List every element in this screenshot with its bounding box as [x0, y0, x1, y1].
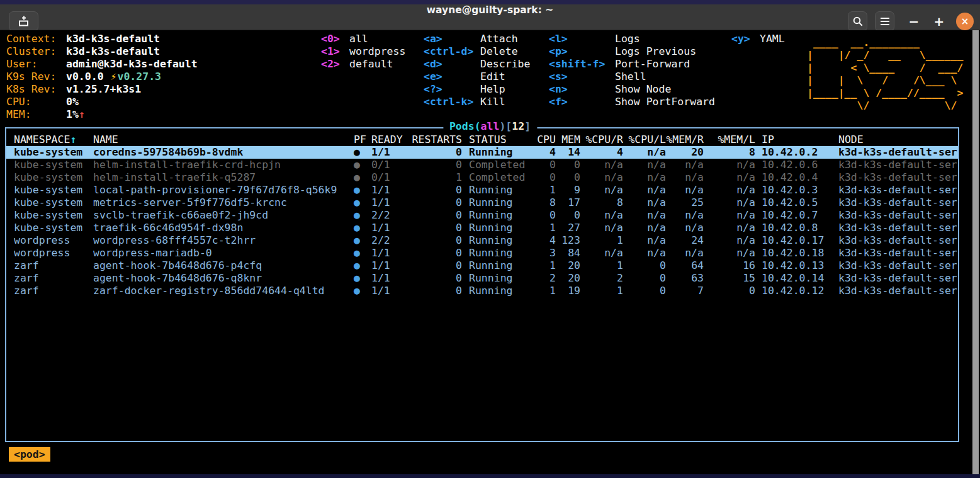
- column-header-memr[interactable]: %MEM/R: [666, 134, 704, 146]
- hotkey[interactable]: <l>Logs: [549, 33, 715, 45]
- hotkey-label: Shell: [615, 71, 646, 83]
- cell-meml: n/a: [704, 222, 755, 234]
- column-header-namespace[interactable]: NAMESPACE↑: [14, 134, 93, 146]
- cell-status: Running: [466, 196, 532, 209]
- cell-cpur: 1: [580, 259, 623, 272]
- cell-meml: n/a: [704, 247, 755, 259]
- cell-restarts: 0: [409, 247, 466, 259]
- cell-ready: 1/1: [371, 259, 409, 272]
- hotkey[interactable]: <0>all: [321, 33, 405, 45]
- cell-ready: 1/1: [371, 184, 409, 196]
- pod-row[interactable]: wordpresswordpress-68fff4557c-t2hrr●2/20…: [6, 234, 958, 247]
- cell-ready: 1/1: [371, 196, 409, 209]
- cell-ns: kube-system: [14, 171, 93, 184]
- hotkey[interactable]: <e>Edit: [424, 71, 530, 83]
- pod-row[interactable]: zarfagent-hook-7b4648d676-p4cfq●1/10Runn…: [6, 259, 958, 272]
- cell-cpur: n/a: [580, 184, 623, 196]
- new-tab-icon: [18, 15, 30, 28]
- pod-row[interactable]: wordpresswordpress-mariadb-0●1/10Running…: [6, 247, 958, 259]
- hotkey-key: <d>: [424, 58, 480, 71]
- terminal-window: wayne@guilty-spark: ~ − + × Context:k3d-…: [0, 0, 980, 478]
- cell-name: helm-install-traefik-crd-hcpjn: [93, 159, 352, 171]
- pod-row[interactable]: kube-systemhelm-install-traefik-q5287●0/…: [6, 171, 958, 184]
- cell-ns: wordpress: [14, 234, 93, 247]
- cell-node: k3d-k3s-default-ser: [832, 146, 958, 159]
- cell-meml: n/a: [704, 171, 755, 184]
- terminal-screen[interactable]: Context:k3d-k3s-defaultCluster:k3d-k3s-d…: [0, 30, 980, 474]
- cell-meml: 15: [704, 272, 755, 285]
- hotkey-label: default: [349, 58, 393, 70]
- pod-row[interactable]: kube-systemsvclb-traefik-c66ae0f2-jh9cd●…: [6, 209, 958, 222]
- hotkey[interactable]: <1>wordpress: [321, 45, 405, 58]
- minimize-button[interactable]: −: [904, 11, 923, 31]
- pod-row[interactable]: kube-systemhelm-install-traefik-crd-hcpj…: [6, 159, 958, 171]
- column-header-pf[interactable]: PF: [352, 134, 371, 146]
- info-value: k3d-k3s-default: [66, 45, 160, 57]
- menu-button[interactable]: [875, 11, 894, 31]
- hotkey[interactable]: <s>Shell: [549, 71, 715, 83]
- new-tab-button[interactable]: [9, 11, 38, 31]
- column-header-mem[interactable]: MEM: [556, 134, 580, 146]
- hotkey[interactable]: <?>Help: [424, 83, 530, 96]
- cell-mem: 0: [556, 209, 580, 222]
- cell-restarts: 0: [409, 222, 466, 234]
- hotkey[interactable]: <ctrl-d>Delete: [424, 45, 530, 58]
- pod-row[interactable]: zarfzarf-docker-registry-856dd74644-q4lt…: [6, 285, 958, 297]
- hotkey[interactable]: <a>Attach: [424, 33, 530, 45]
- pod-row[interactable]: zarfagent-hook-7b4648d676-q8knr●1/10Runn…: [6, 272, 958, 285]
- hotkey[interactable]: <2>default: [321, 58, 405, 71]
- cell-cpul: n/a: [623, 234, 666, 247]
- column-header-meml[interactable]: %MEM/L: [704, 134, 755, 146]
- cell-memr: n/a: [666, 247, 704, 259]
- hotkey[interactable]: <n>Show Node: [549, 83, 715, 96]
- column-header-name[interactable]: NAME: [93, 134, 352, 146]
- column-header-node[interactable]: NODE: [832, 134, 958, 146]
- table-header-row[interactable]: NAMESPACE↑NAMEPFREADYRESTARTSSTATUSCPUME…: [6, 134, 958, 146]
- hotkey[interactable]: <ctrl-k>Kill: [424, 96, 530, 108]
- column-header-cpul[interactable]: %CPU/L: [623, 134, 666, 146]
- cell-name: wordpress-mariadb-0: [93, 247, 352, 259]
- column-header-restarts[interactable]: RESTARTS: [409, 134, 466, 146]
- hotkey[interactable]: <f>Show PortForward: [549, 96, 715, 108]
- column-header-ready[interactable]: READY: [371, 134, 409, 146]
- search-button[interactable]: [848, 11, 867, 31]
- column-header-cpur[interactable]: %CPU/R: [580, 134, 623, 146]
- hotkey[interactable]: <d>Describe: [424, 58, 530, 71]
- cell-node: k3d-k3s-default-ser: [832, 184, 958, 196]
- hotkey-key: <?>: [424, 83, 480, 96]
- info-value: 0%: [66, 96, 79, 108]
- pod-row[interactable]: kube-systemmetrics-server-5f9f776df5-krc…: [6, 196, 958, 209]
- pod-row[interactable]: kube-systemlocal-path-provisioner-79f67d…: [6, 184, 958, 196]
- cell-cpur: 1: [580, 285, 623, 297]
- column-header-status[interactable]: STATUS: [466, 134, 532, 146]
- maximize-button[interactable]: +: [930, 11, 949, 31]
- cell-cpur: n/a: [580, 209, 623, 222]
- sort-arrow-icon: ↑: [70, 134, 76, 145]
- cell-cpu: 3: [532, 247, 556, 259]
- hotkey-key: <n>: [549, 83, 615, 96]
- cell-name: helm-install-traefik-q5287: [93, 171, 352, 184]
- column-header-cpu[interactable]: CPU: [532, 134, 556, 146]
- cell-name: local-path-provisioner-79f67d76f8-q56k9: [93, 184, 352, 196]
- desktop-edge-bottom: [0, 474, 980, 478]
- hotkey-key: <a>: [424, 33, 480, 45]
- cell-restarts: 0: [409, 196, 466, 209]
- breadcrumb-pod[interactable]: <pod>: [9, 447, 50, 462]
- cell-restarts: 0: [409, 184, 466, 196]
- scrollbar[interactable]: [972, 30, 979, 474]
- hotkey[interactable]: <shift-f>Port-Forward: [549, 58, 715, 71]
- hotkey-key: <p>: [549, 45, 615, 58]
- column-header-ip[interactable]: IP: [755, 134, 832, 146]
- titlebar[interactable]: wayne@guilty-spark: ~ − + ×: [0, 4, 980, 30]
- cell-mem: 17: [556, 196, 580, 209]
- close-button[interactable]: ×: [956, 13, 974, 30]
- hotkey-key: <s>: [549, 71, 615, 83]
- pod-row[interactable]: kube-systemcoredns-597584b69b-8vdmk●1/10…: [6, 146, 958, 159]
- hotkey[interactable]: <p>Logs Previous: [549, 45, 715, 58]
- cell-status: Completed: [466, 171, 532, 184]
- pod-row[interactable]: kube-systemtraefik-66c46d954f-dx98n●1/10…: [6, 222, 958, 234]
- info-line: CPU:0%: [6, 96, 198, 108]
- desktop-edge-top: [0, 0, 980, 4]
- hotkey[interactable]: <y>YAML: [731, 33, 785, 45]
- cell-status: Running: [466, 259, 532, 272]
